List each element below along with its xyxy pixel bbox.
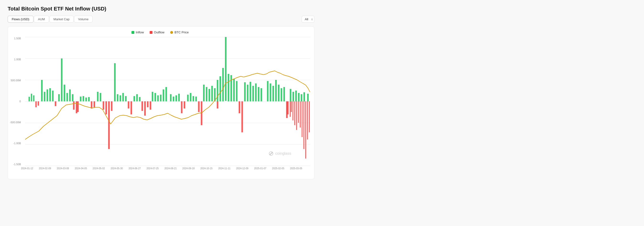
svg-rect-67: [281, 88, 282, 101]
svg-rect-110: [302, 101, 303, 137]
svg-rect-25: [134, 96, 135, 101]
x-label-2: 2024-02-09: [39, 167, 51, 170]
inflow-label: Inflow: [136, 30, 144, 34]
svg-rect-87: [111, 101, 112, 111]
svg-rect-16: [85, 98, 87, 101]
x-label-5: 2024-05-02: [93, 167, 105, 170]
chart-svg: [25, 37, 310, 166]
svg-rect-31: [160, 95, 162, 101]
x-label-3: 2024-03-08: [57, 167, 69, 170]
svg-rect-112: [305, 101, 306, 159]
svg-rect-71: [295, 91, 297, 101]
svg-rect-48: [220, 76, 221, 101]
svg-rect-98: [217, 101, 218, 109]
svg-rect-20: [114, 63, 116, 101]
legend: Inflow Outflow BTC Price: [10, 30, 310, 34]
svg-rect-94: [181, 101, 183, 113]
svg-rect-86: [108, 101, 110, 149]
time-range-selector: All 1Y 6M 3M 1M: [302, 16, 314, 23]
svg-rect-92: [147, 101, 149, 107]
svg-rect-100: [242, 101, 243, 132]
x-label-15: 2025-02-05: [272, 167, 284, 170]
svg-rect-113: [307, 101, 308, 139]
y-label-7: -1.50B: [13, 163, 21, 166]
svg-rect-106: [294, 101, 295, 125]
page-title: Total Bitcoin Spot ETF Net Inflow (USD): [8, 6, 314, 12]
svg-rect-40: [193, 96, 194, 101]
svg-rect-22: [120, 95, 121, 101]
svg-rect-55: [244, 82, 246, 101]
svg-rect-2: [33, 95, 34, 101]
x-label-1: 2024-01-12: [21, 167, 33, 170]
svg-rect-90: [142, 101, 143, 111]
legend-inflow: Inflow: [132, 30, 144, 34]
y-axis: 1.50B 1.00B 500.00M 0 -500.00M -1.00B -1…: [10, 37, 23, 166]
svg-rect-36: [176, 95, 177, 101]
svg-rect-1: [31, 94, 32, 101]
svg-rect-5: [46, 89, 48, 101]
svg-rect-81: [77, 101, 79, 112]
svg-rect-62: [267, 81, 269, 101]
x-label-14: 2025-01-07: [254, 167, 266, 170]
svg-rect-104: [291, 101, 292, 112]
tab-group: Flows (USD) AUM Market Cap Volume: [8, 16, 92, 23]
svg-rect-58: [252, 86, 254, 101]
svg-rect-41: [195, 97, 197, 101]
svg-rect-97: [201, 101, 202, 125]
x-label-8: 2024-07-25: [146, 167, 159, 170]
svg-rect-50: [225, 37, 226, 101]
svg-rect-26: [136, 94, 138, 101]
x-label-11: 2024-10-15: [200, 167, 212, 170]
svg-rect-11: [66, 93, 68, 101]
svg-rect-42: [203, 85, 205, 101]
tab-flows[interactable]: Flows (USD): [8, 16, 34, 23]
y-label-3: 500.00M: [11, 79, 21, 82]
y-label-6: -1.00B: [13, 142, 21, 145]
outflow-label: Outflow: [154, 30, 164, 34]
svg-rect-99: [238, 101, 240, 113]
svg-rect-65: [275, 80, 277, 101]
chart-area: 1.50B 1.00B 500.00M 0 -500.00M -1.00B -1…: [25, 37, 310, 175]
svg-rect-78: [55, 101, 56, 106]
svg-rect-21: [117, 94, 118, 101]
svg-rect-84: [102, 101, 104, 110]
tab-volume[interactable]: Volume: [74, 16, 92, 23]
svg-rect-57: [250, 82, 251, 101]
y-label-5: -500.00M: [10, 121, 21, 124]
svg-rect-114: [309, 101, 310, 132]
legend-outflow: Outflow: [150, 30, 164, 34]
svg-rect-89: [130, 101, 132, 114]
svg-rect-43: [206, 87, 208, 101]
svg-rect-108: [298, 101, 299, 123]
svg-rect-73: [301, 94, 302, 101]
svg-rect-95: [184, 101, 185, 109]
svg-rect-93: [150, 101, 151, 110]
svg-rect-7: [52, 91, 54, 101]
svg-rect-37: [178, 94, 180, 101]
svg-rect-12: [69, 89, 71, 101]
svg-rect-69: [290, 89, 292, 101]
chart-container: Inflow Outflow BTC Price 1.50B 1.00B 500…: [8, 26, 314, 179]
svg-rect-105: [292, 101, 294, 120]
svg-rect-14: [80, 97, 82, 101]
svg-rect-75: [307, 94, 309, 101]
svg-rect-32: [163, 89, 164, 101]
x-label-7: 2024-06-27: [128, 167, 141, 170]
time-range-select[interactable]: All 1Y 6M 3M 1M: [302, 16, 314, 23]
svg-rect-79: [73, 101, 74, 110]
svg-rect-47: [217, 80, 218, 101]
tab-aum[interactable]: AUM: [34, 16, 49, 23]
svg-rect-23: [122, 93, 124, 101]
svg-rect-59: [255, 83, 257, 101]
svg-rect-96: [198, 101, 200, 112]
btcprice-dot: [170, 31, 173, 34]
x-label-6: 2024-05-30: [111, 167, 123, 170]
x-axis: 2024-01-12 2024-02-09 2024-03-08 2024-04…: [25, 166, 310, 175]
svg-rect-77: [38, 101, 39, 106]
svg-rect-28: [152, 92, 154, 101]
svg-rect-9: [61, 58, 63, 101]
svg-rect-17: [88, 97, 90, 101]
svg-rect-64: [272, 86, 274, 101]
tab-marketcap[interactable]: Market Cap: [50, 16, 74, 23]
x-label-4: 2024-04-05: [75, 167, 87, 170]
